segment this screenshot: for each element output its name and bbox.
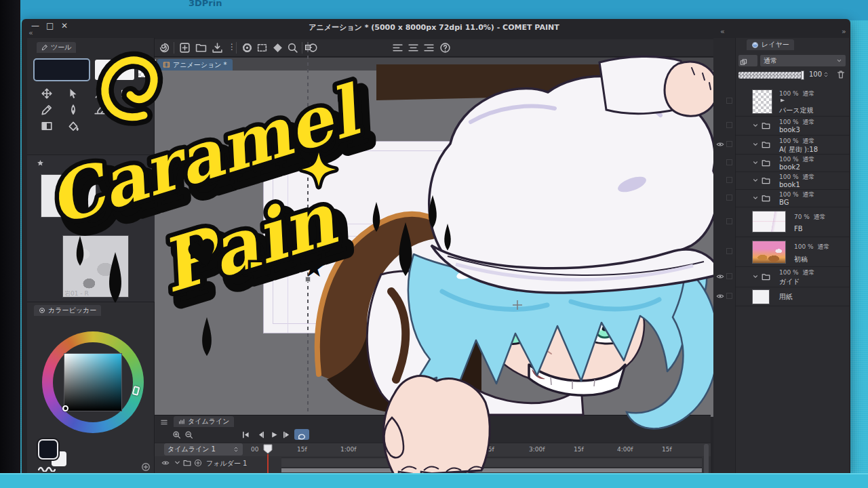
timeline-zoom-out-icon[interactable] <box>184 430 193 439</box>
chevron-down-icon[interactable] <box>752 273 759 280</box>
loop-button[interactable] <box>294 429 309 440</box>
checkbox-slot[interactable] <box>726 122 732 128</box>
settings-gear-icon[interactable] <box>241 42 253 54</box>
selection-handle[interactable] <box>305 277 311 282</box>
selection-marquee-icon[interactable] <box>256 42 268 54</box>
checkbox-slot[interactable] <box>726 273 732 279</box>
help-icon[interactable] <box>439 42 451 54</box>
collapse-left-icon[interactable]: « <box>28 28 33 37</box>
layer-name: book2 <box>779 163 800 171</box>
transparent-color-swatch[interactable] <box>138 60 156 77</box>
chevron-down-icon[interactable] <box>752 177 759 184</box>
checkbox-slot[interactable] <box>726 248 732 254</box>
track-eye-icon[interactable] <box>161 459 170 467</box>
export-icon[interactable] <box>212 42 223 54</box>
align-left-icon[interactable] <box>392 42 403 54</box>
timeline-panel: タイムライン タイムライン 1 00 15f 1:00f 15f 2:00f 1… <box>155 415 711 473</box>
layer-row[interactable]: 100 % 通常 A( 星街 ):18 <box>736 136 850 155</box>
chevron-down-icon[interactable] <box>752 122 759 129</box>
layers-tab[interactable]: レイヤー <box>747 39 794 50</box>
opacity-slider[interactable] <box>738 72 804 79</box>
open-file-icon[interactable] <box>195 42 207 54</box>
chevron-down-icon[interactable] <box>752 195 759 201</box>
eraser-tool-icon[interactable] <box>94 104 106 116</box>
checkbox-slot[interactable] <box>726 218 732 224</box>
add-color-icon[interactable] <box>141 462 151 472</box>
next-frame-icon[interactable] <box>282 430 291 439</box>
layer-name: BG <box>779 199 789 206</box>
window-maximize-button[interactable]: □ <box>46 21 54 30</box>
play-icon[interactable] <box>270 430 279 439</box>
new-cel-icon[interactable] <box>194 459 202 467</box>
layer-row[interactable]: 100 % 通常 book3 <box>736 117 850 136</box>
figure-tool-icon[interactable] <box>120 87 132 100</box>
align-right-icon[interactable] <box>423 42 435 54</box>
timeline-selector[interactable]: タイムライン 1 <box>164 443 243 455</box>
color-picker-tab[interactable]: カラーピッカー <box>34 305 101 316</box>
toolbar-more-icon[interactable]: ⋮ <box>228 42 236 52</box>
timeline-tab[interactable]: タイムライン <box>174 416 234 427</box>
chevron-down-icon[interactable] <box>174 459 181 466</box>
transparent-wave-icon[interactable] <box>38 465 56 472</box>
sub-color-swatch[interactable] <box>95 60 134 80</box>
layer-row[interactable]: 100 % 通常 book2 <box>736 155 850 172</box>
timeline-zoom-in-icon[interactable] <box>172 430 181 439</box>
foreground-color-chip[interactable] <box>38 439 58 460</box>
layer-eye-icon[interactable] <box>716 292 724 300</box>
panel-expand-icon[interactable]: » <box>842 27 846 36</box>
new-file-icon[interactable] <box>179 42 191 54</box>
layer-row[interactable]: 用紙 <box>736 287 850 306</box>
layer-row[interactable]: 100 % 通常 BG <box>736 190 850 207</box>
track-frames-strip[interactable] <box>281 458 702 468</box>
track-frames-strip-light[interactable] <box>281 468 702 472</box>
align-center-icon[interactable] <box>408 42 419 54</box>
canvas-area[interactable] <box>155 70 716 417</box>
checkbox-slot[interactable] <box>726 293 732 299</box>
opacity-slider-handle[interactable] <box>801 70 804 80</box>
pencil-tool-icon[interactable] <box>41 104 53 116</box>
menu-icon[interactable] <box>160 418 168 426</box>
layer-row[interactable]: 100 % 通常 book1 <box>736 172 850 190</box>
shape-icon[interactable] <box>272 42 283 54</box>
trash-icon[interactable] <box>836 70 846 79</box>
track-name[interactable]: フォルダー 1 <box>206 459 247 468</box>
tool-panel-tab[interactable]: ツール <box>37 42 76 53</box>
main-color-swatch[interactable] <box>33 58 90 81</box>
layer-row[interactable]: 100 % 通常 初稿 <box>736 237 850 267</box>
window-close-button[interactable]: ✕ <box>61 21 68 30</box>
updown-icon[interactable] <box>823 71 829 78</box>
chevron-down-icon[interactable] <box>752 159 759 166</box>
line-tool-icon[interactable] <box>94 87 106 100</box>
layer-row[interactable]: 100 % 通常 ガイド <box>736 267 850 287</box>
zoom-tool-icon[interactable] <box>287 42 298 54</box>
layer-eye-icon[interactable] <box>716 272 724 281</box>
move-tool-icon[interactable] <box>41 87 53 100</box>
previous-frame-icon[interactable] <box>256 430 265 439</box>
material-item[interactable] <box>62 235 129 298</box>
sv-square[interactable] <box>64 353 122 411</box>
sv-selector[interactable] <box>62 405 68 411</box>
playhead-marker[interactable] <box>263 444 273 455</box>
bucket-tool-icon[interactable] <box>67 120 79 132</box>
layer-eye-icon[interactable] <box>716 140 724 148</box>
chevron-down-icon[interactable] <box>752 141 759 148</box>
checkbox-slot[interactable] <box>726 195 732 201</box>
skip-to-start-icon[interactable] <box>241 430 250 439</box>
operation-tool-icon[interactable] <box>67 87 79 100</box>
canvas-tab[interactable]: アニメーション * <box>157 59 233 70</box>
checkbox-slot[interactable] <box>726 177 732 183</box>
checkbox-slot[interactable] <box>726 159 732 165</box>
selection-handle[interactable] <box>305 45 311 50</box>
checkbox-slot[interactable] <box>726 141 732 147</box>
selection-dashed-line[interactable] <box>307 42 309 416</box>
opacity-value[interactable]: 100 <box>809 70 822 78</box>
gradient-tool-icon[interactable] <box>41 120 53 132</box>
panel-collapse-icon[interactable]: « <box>720 27 725 36</box>
layer-row[interactable]: 100 % 通常 パース定規 <box>736 87 850 117</box>
pen-tool-icon[interactable] <box>67 104 79 116</box>
blend-mode-dropdown[interactable]: 通常 <box>760 55 846 66</box>
blend-combine-dropdown[interactable] <box>738 55 757 66</box>
layer-row[interactable]: 70 % 通常 FB <box>736 207 850 237</box>
timeline-scrollbar[interactable] <box>704 444 709 473</box>
checkbox-slot[interactable] <box>726 98 732 104</box>
